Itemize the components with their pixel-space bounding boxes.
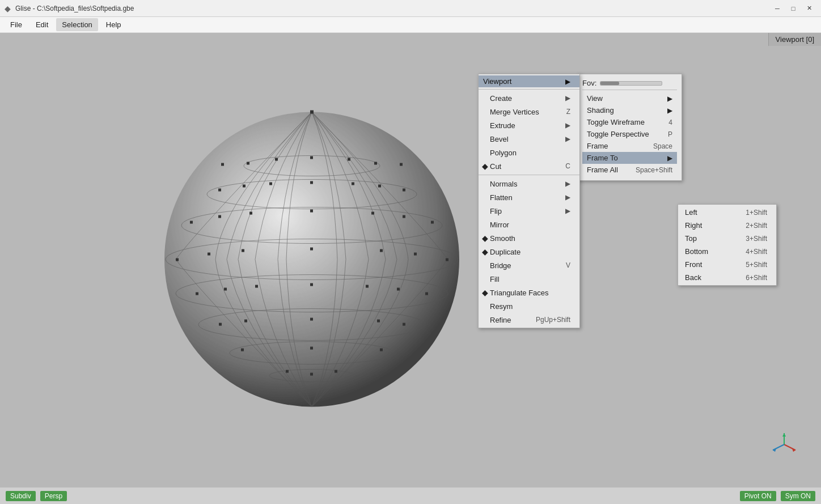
svg-rect-26: [431, 221, 434, 223]
menu-bar: File Edit Selection Help: [0, 17, 821, 33]
menu-file[interactable]: File: [5, 18, 28, 31]
fov-frame[interactable]: Frame Space: [582, 140, 677, 152]
fov-toggle-perspective[interactable]: Toggle Perspective P: [582, 128, 677, 140]
svg-rect-57: [286, 370, 289, 372]
menu-edit[interactable]: Edit: [30, 18, 54, 31]
fov-frame-all[interactable]: Frame All Space+Shift: [582, 164, 677, 176]
menu-triangulate[interactable]: ◆ Triangulate Faces: [479, 286, 579, 299]
svg-rect-31: [249, 211, 252, 214]
minimize-button[interactable]: ─: [770, 1, 785, 16]
fov-row: Fov:: [582, 79, 677, 87]
close-button[interactable]: ✕: [802, 1, 816, 16]
viewport-context-menu: Viewport ▶ Create ▶ Merge Vertices Z Ext…: [478, 74, 580, 328]
frame-shortcut: Space: [642, 142, 672, 150]
svg-rect-16: [247, 162, 249, 164]
frameto-top[interactable]: Top 3+Shift: [678, 232, 776, 245]
menu-normals[interactable]: Normals ▶: [479, 177, 579, 190]
bottom-shortcut: 4+Shift: [737, 248, 767, 256]
svg-rect-39: [310, 247, 313, 250]
svg-rect-20: [378, 184, 381, 187]
sphere-svg: [142, 83, 482, 435]
cut-shortcut: C: [554, 162, 570, 170]
menu-flatten[interactable]: Flatten ▶: [479, 190, 579, 204]
pivot-badge: Pivot ON: [740, 491, 776, 501]
svg-rect-33: [446, 258, 448, 261]
fov-label: Fov:: [582, 79, 596, 87]
subdiv-badge: Subdiv: [6, 491, 36, 501]
svg-rect-28: [371, 211, 374, 214]
viewport-label: Viewport [0]: [768, 33, 821, 46]
persp-badge: Persp: [40, 491, 67, 501]
menu-mirror[interactable]: Mirror: [479, 218, 579, 231]
viewport-arrow-icon: ▶: [565, 78, 570, 86]
maximize-button[interactable]: □: [786, 1, 801, 16]
svg-rect-19: [403, 188, 405, 191]
fov-toggle-wireframe[interactable]: Toggle Wireframe 4: [582, 116, 677, 128]
viewport-menu-header[interactable]: Viewport ▶: [479, 75, 579, 87]
axes-indicator: [770, 430, 798, 459]
create-arrow-icon: ▶: [565, 94, 570, 102]
svg-rect-36: [176, 258, 179, 261]
svg-rect-40: [425, 292, 428, 295]
left-shortcut: 1+Shift: [737, 209, 767, 217]
svg-rect-24: [269, 182, 272, 185]
flip-arrow-icon: ▶: [565, 207, 570, 215]
menu-merge-vertices[interactable]: Merge Vertices Z: [479, 105, 579, 118]
svg-rect-48: [377, 319, 380, 322]
frameto-front[interactable]: Front 5+Shift: [678, 258, 776, 271]
smooth-bullet: ◆: [482, 234, 488, 243]
fov-view[interactable]: View ▶: [582, 92, 677, 104]
svg-rect-55: [310, 372, 313, 375]
frameto-bottom[interactable]: Bottom 4+Shift: [678, 245, 776, 258]
svg-rect-17: [221, 163, 224, 166]
svg-rect-52: [380, 348, 383, 351]
svg-rect-50: [244, 319, 247, 322]
frameto-right[interactable]: Right 2+Shift: [678, 219, 776, 232]
svg-rect-49: [219, 323, 222, 325]
flatten-arrow-icon: ▶: [565, 193, 570, 201]
menu-polygon[interactable]: Polygon: [479, 146, 579, 159]
fov-frame-to[interactable]: Frame To ▶: [582, 152, 677, 164]
toggle-wireframe-shortcut: 4: [657, 118, 672, 126]
top-shortcut: 3+Shift: [737, 235, 767, 243]
svg-rect-35: [380, 249, 383, 252]
svg-rect-12: [348, 158, 350, 160]
frameto-left[interactable]: Left 1+Shift: [678, 206, 776, 219]
shading-arrow-icon: ▶: [667, 107, 672, 115]
menu-selection[interactable]: Selection: [56, 18, 98, 31]
bottom-left: Subdiv Persp: [6, 491, 67, 501]
frame-to-arrow-icon: ▶: [667, 154, 672, 162]
svg-rect-23: [243, 184, 246, 187]
svg-rect-41: [397, 287, 400, 290]
refine-shortcut: PgUp+Shift: [524, 316, 570, 324]
menu-bridge[interactable]: Bridge V: [479, 259, 579, 272]
svg-rect-30: [218, 215, 221, 218]
duplicate-bullet: ◆: [482, 247, 488, 256]
fov-shading[interactable]: Shading ▶: [582, 104, 677, 116]
menu-cut[interactable]: ◆ Cut C: [479, 159, 579, 173]
svg-rect-29: [190, 221, 193, 223]
svg-rect-25: [310, 181, 313, 184]
svg-rect-13: [374, 162, 377, 164]
svg-rect-14: [400, 163, 403, 166]
menu-flip[interactable]: Flip ▶: [479, 204, 579, 218]
menu-extrude[interactable]: Extrude ▶: [479, 118, 579, 132]
svg-rect-27: [403, 215, 405, 218]
title-bar-left: ◆ Glise - C:\Softpedia_files\Softpedia.g…: [5, 4, 134, 13]
menu-duplicate[interactable]: ◆ Duplicate: [479, 245, 579, 259]
fov-slider[interactable]: [600, 81, 662, 86]
svg-rect-43: [196, 292, 198, 295]
bottom-right: Pivot ON Sym ON: [740, 491, 815, 501]
menu-fill[interactable]: Fill: [479, 272, 579, 286]
fov-submenu: Fov: View ▶ Shading ▶ Toggle Wireframe 4…: [577, 74, 682, 181]
menu-resym[interactable]: Resym: [479, 299, 579, 313]
front-shortcut: 5+Shift: [737, 261, 767, 269]
menu-create[interactable]: Create ▶: [479, 91, 579, 105]
svg-rect-32: [310, 209, 313, 212]
menu-bevel[interactable]: Bevel ▶: [479, 132, 579, 146]
frameto-back[interactable]: Back 6+Shift: [678, 271, 776, 284]
svg-rect-11: [310, 110, 314, 113]
menu-help[interactable]: Help: [100, 18, 127, 31]
menu-smooth[interactable]: ◆ Smooth: [479, 231, 579, 245]
menu-refine[interactable]: Refine PgUp+Shift: [479, 313, 579, 327]
